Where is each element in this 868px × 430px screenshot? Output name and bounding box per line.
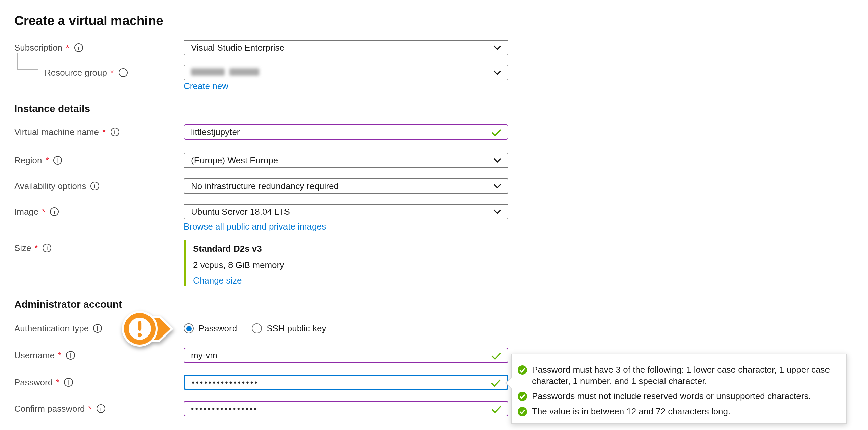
browse-images-link[interactable]: Browse all public and private images bbox=[184, 221, 326, 232]
required-asterisk: * bbox=[58, 350, 61, 360]
chevron-down-icon bbox=[493, 70, 501, 75]
vm-name-info-icon[interactable]: i bbox=[110, 128, 119, 136]
radio-option-password[interactable]: Password bbox=[184, 323, 237, 333]
chevron-down-icon bbox=[493, 158, 501, 163]
resource-group-info-icon[interactable]: i bbox=[118, 68, 127, 77]
validation-item: The value is in between 12 and 72 charac… bbox=[518, 406, 837, 417]
vm-name-value: littlestjupyter bbox=[191, 127, 240, 137]
create-new-link[interactable]: Create new bbox=[184, 81, 228, 91]
vm-name-input[interactable]: littlestjupyter bbox=[184, 124, 508, 140]
subscription-dropdown[interactable]: Visual Studio Enterprise bbox=[184, 40, 508, 55]
confirm-password-label: Confirm password* i bbox=[14, 401, 105, 416]
authentication-type-radio-group: Password SSH public key bbox=[184, 323, 326, 334]
valid-check-icon bbox=[491, 352, 501, 359]
required-asterisk: * bbox=[110, 68, 114, 78]
chevron-down-icon bbox=[493, 209, 501, 214]
region-dropdown[interactable]: (Europe) West Europe bbox=[184, 153, 508, 168]
radio-option-ssh-public-key[interactable]: SSH public key bbox=[252, 323, 326, 333]
valid-check-icon bbox=[491, 129, 501, 136]
size-name: Standard D2s v3 bbox=[193, 243, 508, 254]
administrator-account-heading: Administrator account bbox=[14, 298, 122, 310]
username-value: my-vm bbox=[191, 350, 217, 360]
username-input[interactable]: my-vm bbox=[184, 348, 508, 363]
image-label: Image* i bbox=[14, 204, 59, 219]
availability-options-dropdown[interactable]: No infrastructure redundancy required bbox=[184, 178, 508, 194]
availability-options-value: No infrastructure redundancy required bbox=[191, 181, 339, 191]
success-check-icon bbox=[518, 407, 527, 416]
valid-check-icon bbox=[491, 379, 501, 386]
required-asterisk: * bbox=[88, 404, 92, 414]
tree-connector-vertical bbox=[17, 53, 18, 69]
page-title: Create a virtual machine bbox=[14, 11, 163, 29]
required-asterisk: * bbox=[45, 155, 49, 165]
radio-icon bbox=[184, 323, 194, 333]
password-input[interactable]: •••••••••••••••• bbox=[184, 375, 508, 390]
resource-group-label: Resource group* i bbox=[45, 65, 127, 80]
confirm-password-input[interactable]: •••••••••••••••• bbox=[184, 401, 508, 416]
required-asterisk: * bbox=[56, 377, 59, 387]
subscription-value: Visual Studio Enterprise bbox=[191, 43, 284, 53]
image-info-icon[interactable]: i bbox=[50, 207, 59, 216]
resource-group-value-redacted bbox=[191, 68, 259, 78]
subscription-info-icon[interactable]: i bbox=[74, 43, 83, 52]
username-info-icon[interactable]: i bbox=[66, 351, 75, 360]
valid-check-icon bbox=[491, 405, 501, 413]
subscription-label: Subscription* i bbox=[14, 40, 83, 55]
validation-item: Password must have 3 of the following: 1… bbox=[518, 365, 837, 387]
image-dropdown[interactable]: Ubuntu Server 18.04 LTS bbox=[184, 204, 508, 219]
chevron-down-icon bbox=[493, 45, 501, 50]
chevron-down-icon bbox=[493, 184, 501, 188]
change-size-link[interactable]: Change size bbox=[193, 275, 242, 286]
success-check-icon bbox=[518, 392, 527, 401]
required-asterisk: * bbox=[102, 127, 106, 137]
region-value: (Europe) West Europe bbox=[191, 155, 278, 165]
size-summary-block: Standard D2s v3 2 vcpus, 8 GiB memory Ch… bbox=[184, 240, 508, 286]
success-check-icon bbox=[518, 365, 527, 375]
region-info-icon[interactable]: i bbox=[54, 156, 62, 165]
password-validation-tooltip: Password must have 3 of the following: 1… bbox=[511, 354, 847, 424]
tree-connector-horizontal bbox=[17, 69, 38, 70]
availability-options-label: Availability options i bbox=[14, 178, 99, 194]
authentication-type-label: Authentication type i bbox=[14, 321, 102, 336]
confirm-password-info-icon[interactable]: i bbox=[97, 404, 105, 413]
size-info-icon[interactable]: i bbox=[43, 244, 52, 252]
availability-options-info-icon[interactable]: i bbox=[90, 182, 99, 190]
region-label: Region* i bbox=[14, 153, 62, 168]
required-asterisk: * bbox=[66, 43, 69, 53]
warning-annotation-icon bbox=[121, 309, 176, 348]
size-specs: 2 vcpus, 8 GiB memory bbox=[193, 259, 508, 271]
radio-icon bbox=[252, 323, 262, 333]
instance-details-heading: Instance details bbox=[14, 103, 90, 114]
confirm-password-masked-value: •••••••••••••••• bbox=[191, 404, 258, 413]
header-divider bbox=[0, 30, 868, 30]
create-vm-page: Create a virtual machine Subscription* i… bbox=[0, 0, 868, 430]
password-masked-value: •••••••••••••••• bbox=[192, 378, 259, 387]
resource-group-dropdown[interactable] bbox=[184, 65, 508, 80]
required-asterisk: * bbox=[42, 207, 45, 217]
validation-item: Passwords must not include reserved word… bbox=[518, 391, 837, 402]
size-label: Size* i bbox=[14, 240, 52, 256]
required-asterisk: * bbox=[35, 243, 38, 253]
authentication-type-info-icon[interactable]: i bbox=[93, 324, 102, 333]
password-label: Password* i bbox=[14, 375, 73, 390]
password-info-icon[interactable]: i bbox=[64, 378, 73, 387]
vm-name-label: Virtual machine name* i bbox=[14, 124, 119, 140]
image-value: Ubuntu Server 18.04 LTS bbox=[191, 207, 290, 217]
username-label: Username* i bbox=[14, 348, 75, 363]
